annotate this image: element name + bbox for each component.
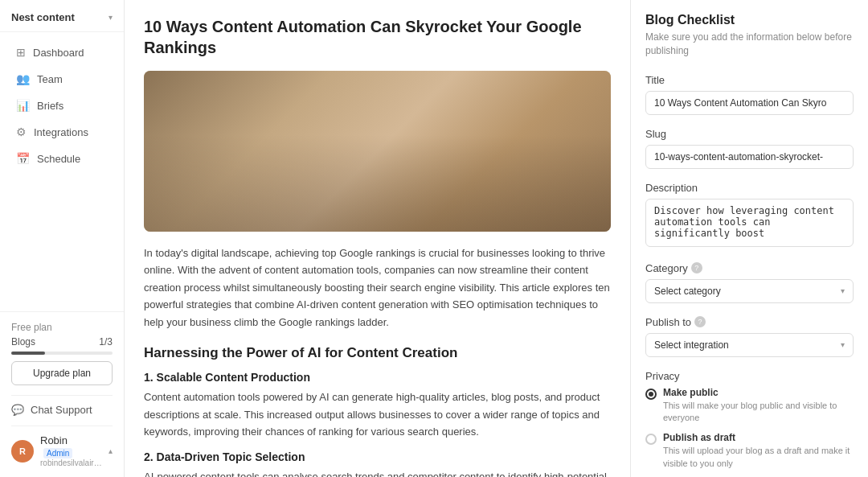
description-field-row: Description Discover how leveraging cont… bbox=[645, 182, 854, 249]
main-content: 10 Ways Content Automation Can Skyrocket… bbox=[125, 0, 631, 477]
privacy-field-row: Privacy Make public This will make your … bbox=[645, 370, 854, 471]
radio-public-desc: This will make your blog public and visi… bbox=[663, 400, 854, 425]
upgrade-plan-button[interactable]: Upgrade plan bbox=[11, 361, 113, 385]
user-badge: Admin bbox=[43, 448, 72, 458]
sidebar-item-label: Schedule bbox=[37, 153, 80, 165]
radio-draft-option[interactable]: Publish as draft This will upload your b… bbox=[645, 432, 854, 470]
subsection-2-heading: 2. Data-Driven Topic Selection bbox=[144, 450, 611, 463]
publish-to-select-button[interactable]: Select integration ▾ bbox=[645, 333, 854, 357]
blogs-label: Blogs bbox=[11, 336, 35, 347]
sidebar-item-label: Dashboard bbox=[33, 47, 84, 59]
subsection-1: 1. Scalable Content Production Content a… bbox=[144, 371, 611, 440]
radio-public-button[interactable] bbox=[645, 389, 657, 400]
sidebar-footer: Free plan Blogs 1/3 Upgrade plan 💬 Chat … bbox=[0, 311, 124, 477]
chat-support-row[interactable]: 💬 Chat Support bbox=[11, 395, 113, 422]
user-chevron-icon: ▴ bbox=[108, 446, 113, 455]
sidebar-item-team[interactable]: 👥 Team bbox=[5, 66, 119, 92]
article-title: 10 Ways Content Automation Can Skyrocket… bbox=[144, 16, 611, 58]
slug-field-label: Slug bbox=[645, 128, 854, 140]
chat-support-label: Chat Support bbox=[31, 404, 92, 416]
sidebar-title: Nest content bbox=[11, 11, 75, 23]
subsection-1-heading: 1. Scalable Content Production bbox=[144, 371, 611, 384]
sidebar-item-label: Team bbox=[37, 73, 63, 85]
title-field-row: Title bbox=[645, 74, 854, 115]
dashboard-icon: ⊞ bbox=[16, 46, 26, 59]
category-chevron-icon: ▾ bbox=[841, 286, 845, 295]
radio-draft-content: Publish as draft This will upload your b… bbox=[663, 432, 854, 470]
schedule-icon: 📅 bbox=[16, 152, 30, 165]
user-email: robindesilvalaires@g... bbox=[40, 458, 102, 467]
chat-icon: 💬 bbox=[11, 404, 24, 416]
sidebar-chevron-icon: ▾ bbox=[108, 13, 113, 22]
category-placeholder: Select category bbox=[654, 286, 721, 297]
article-hero-image bbox=[144, 71, 611, 232]
category-field-row: Category ? Select category ▾ bbox=[645, 262, 854, 303]
right-panel: Blog Checklist Make sure you add the inf… bbox=[631, 0, 868, 477]
subsection-2-body: AI-powered content tools can analyse sea… bbox=[144, 468, 611, 478]
sidebar-nav: ⊞ Dashboard 👥 Team 📊 Briefs ⚙ Integratio… bbox=[0, 32, 124, 311]
blogs-row: Blogs 1/3 bbox=[11, 336, 113, 347]
sidebar-item-briefs[interactable]: 📊 Briefs bbox=[5, 93, 119, 118]
publish-to-field-label: Publish to ? bbox=[645, 316, 854, 328]
slug-input[interactable] bbox=[645, 145, 854, 169]
hero-placeholder bbox=[144, 71, 611, 232]
description-textarea[interactable]: Discover how leveraging content automati… bbox=[645, 199, 854, 247]
integrations-icon: ⚙ bbox=[16, 125, 27, 138]
publish-to-placeholder: Select integration bbox=[654, 339, 729, 351]
sidebar-item-label: Briefs bbox=[37, 100, 63, 112]
title-field-label: Title bbox=[645, 74, 854, 86]
checklist-subtitle: Make sure you add the information below … bbox=[645, 31, 854, 58]
publish-to-chevron-icon: ▾ bbox=[841, 340, 845, 349]
subsection-2: 2. Data-Driven Topic Selection AI-powere… bbox=[144, 450, 611, 478]
category-select-button[interactable]: Select category ▾ bbox=[645, 279, 854, 303]
slug-field-row: Slug bbox=[645, 128, 854, 169]
subsection-1-body: Content automation tools powered by AI c… bbox=[144, 389, 611, 440]
category-field-label: Category ? bbox=[645, 262, 854, 274]
blogs-count: 1/3 bbox=[99, 336, 113, 347]
briefs-icon: 📊 bbox=[16, 99, 30, 112]
checklist-title: Blog Checklist bbox=[645, 13, 854, 27]
publish-to-field-row: Publish to ? Select integration ▾ bbox=[645, 316, 854, 357]
radio-draft-desc: This will upload your blog as a draft an… bbox=[663, 445, 854, 470]
progress-bar-fill bbox=[11, 352, 45, 355]
section1-heading: Harnessing the Power of AI for Content C… bbox=[144, 345, 611, 361]
radio-draft-label: Publish as draft bbox=[663, 432, 854, 443]
article-intro: In today's digital landscape, achieving … bbox=[144, 245, 611, 331]
user-name: Robin bbox=[40, 434, 68, 446]
sidebar-header[interactable]: Nest content ▾ bbox=[0, 0, 124, 32]
sidebar-item-dashboard[interactable]: ⊞ Dashboard bbox=[5, 39, 119, 65]
user-info: Robin Admin robindesilvalaires@g... bbox=[40, 434, 102, 467]
user-name-row: Robin Admin bbox=[40, 434, 102, 458]
plan-label: Free plan bbox=[11, 322, 113, 333]
avatar: R bbox=[11, 440, 34, 463]
team-icon: 👥 bbox=[16, 72, 30, 85]
description-field-label: Description bbox=[645, 182, 854, 194]
radio-public-label: Make public bbox=[663, 387, 854, 398]
sidebar-item-label: Integrations bbox=[34, 126, 88, 138]
category-info-icon: ? bbox=[691, 262, 702, 273]
sidebar: Nest content ▾ ⊞ Dashboard 👥 Team 📊 Brie… bbox=[0, 0, 125, 477]
sidebar-item-integrations[interactable]: ⚙ Integrations bbox=[5, 119, 119, 145]
title-input[interactable] bbox=[645, 91, 854, 115]
privacy-field-label: Privacy bbox=[645, 370, 854, 382]
radio-draft-button[interactable] bbox=[645, 434, 657, 445]
sidebar-item-schedule[interactable]: 📅 Schedule bbox=[5, 146, 119, 171]
radio-public-content: Make public This will make your blog pub… bbox=[663, 387, 854, 425]
hero-overlay bbox=[144, 135, 611, 232]
publish-to-info-icon: ? bbox=[694, 316, 706, 327]
user-row[interactable]: R Robin Admin robindesilvalaires@g... ▴ bbox=[11, 426, 113, 467]
radio-public-option[interactable]: Make public This will make your blog pub… bbox=[645, 387, 854, 425]
free-plan-section: Free plan Blogs 1/3 Upgrade plan bbox=[11, 322, 113, 385]
progress-bar-background bbox=[11, 352, 113, 355]
